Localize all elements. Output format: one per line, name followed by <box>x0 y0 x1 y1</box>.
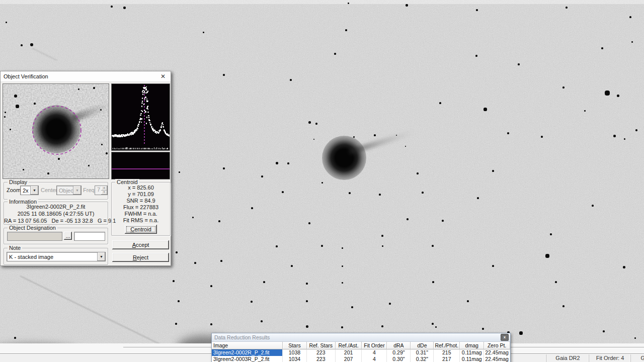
designation-browse-button[interactable]: ... <box>64 232 72 240</box>
star <box>592 205 594 207</box>
star <box>223 167 225 169</box>
star <box>476 9 478 11</box>
drr-column-header[interactable]: Stars <box>283 342 307 349</box>
table-cell[interactable]: 22.45mag <box>484 349 510 356</box>
table-cell[interactable]: 0.11mag <box>460 356 484 362</box>
axis-tick <box>142 148 142 149</box>
psf-point <box>147 109 148 110</box>
zoom-dropdown-arrow-icon[interactable]: ▼ <box>30 186 38 195</box>
data-reduction-results-window[interactable]: Data Reduction Results x ImageStarsRef. … <box>211 333 511 362</box>
table-cell[interactable]: 0.30" <box>387 356 411 362</box>
table-cell[interactable]: 215 <box>434 349 460 356</box>
star <box>432 323 434 325</box>
table-cell[interactable]: 0.29" <box>387 349 411 356</box>
ov-title-bar[interactable]: Object Verification ✕ <box>1 71 171 82</box>
table-cell[interactable]: 1038 <box>283 349 307 356</box>
star <box>562 86 565 88</box>
object-thumbnail-image[interactable] <box>3 83 109 179</box>
table-cell[interactable]: 4 <box>362 349 387 356</box>
centroid-button[interactable]: Centroid <box>125 225 157 234</box>
axis-tick <box>167 148 168 149</box>
axis-tick <box>138 148 138 149</box>
centroid-value: Flux = 227883 <box>112 204 170 211</box>
spin-up-icon: ▲ <box>101 186 107 191</box>
centroid-value: SNR = 84.9 <box>112 198 170 204</box>
star <box>603 330 605 332</box>
axis-tick <box>152 148 153 149</box>
star <box>111 6 113 8</box>
psf-point <box>142 98 143 99</box>
psf-point <box>150 124 151 125</box>
table-row[interactable]: 3Igreen2-0002R_P_2.fit103822320140.29"0.… <box>212 349 510 356</box>
zoom-dropdown[interactable]: 2x ▼ <box>20 186 39 195</box>
table-cell[interactable]: 207 <box>336 356 362 362</box>
axis-tick <box>122 148 123 149</box>
axis-tick <box>155 148 156 149</box>
star <box>422 192 424 194</box>
psf-point <box>142 111 143 112</box>
table-cell[interactable]: 0.31" <box>411 349 434 356</box>
center-dropdown: Object ▼ <box>56 186 82 195</box>
star <box>313 139 314 140</box>
ov-close-icon[interactable]: ✕ <box>155 73 171 80</box>
star <box>341 326 343 328</box>
drr-column-header[interactable]: dmag <box>460 342 484 349</box>
psf-point <box>146 99 147 100</box>
table-cell[interactable]: 201 <box>336 349 362 356</box>
table-cell[interactable]: 1034 <box>283 356 307 362</box>
table-cell[interactable]: 3Igreen2-0003R_P_2.fit <box>212 356 283 362</box>
designation-field[interactable] <box>7 232 62 241</box>
table-cell[interactable]: 3Igreen2-0002R_P_2.fit <box>212 349 283 356</box>
note-value: K - stacked image <box>7 254 97 260</box>
drr-column-header[interactable]: Ref. Stars <box>307 342 336 349</box>
psf-point <box>144 90 145 92</box>
star <box>541 136 543 138</box>
star <box>550 233 552 235</box>
drr-column-header[interactable]: Image <box>212 342 283 349</box>
star <box>566 7 568 9</box>
drr-column-header[interactable]: dDe <box>411 342 434 349</box>
table-cell[interactable]: 223 <box>307 356 336 362</box>
star <box>492 265 494 267</box>
psf-point <box>148 117 149 118</box>
drr-close-button[interactable]: x <box>501 334 509 341</box>
star <box>308 222 310 224</box>
star <box>417 172 419 174</box>
comet-object[interactable] <box>322 136 366 180</box>
psf-point <box>146 117 147 118</box>
drr-column-header[interactable]: dRA <box>387 342 411 349</box>
display-group: Display Zoom 2x ▼ Center Object ▼ Freq 7… <box>4 182 108 200</box>
table-cell[interactable]: 4 <box>362 356 387 362</box>
drr-column-header[interactable]: Zero Pt. <box>484 342 510 349</box>
table-cell[interactable]: 22.45mag <box>484 356 510 362</box>
drr-results-table[interactable]: ImageStarsRef. StarsRef./Ast.Fit OrderdR… <box>212 342 510 362</box>
drr-column-header[interactable]: Ref./Phot. <box>434 342 460 349</box>
psf-point <box>140 113 141 114</box>
table-cell[interactable]: 0.32" <box>411 356 434 362</box>
designation-field-2[interactable] <box>74 232 105 241</box>
table-cell[interactable]: 223 <box>307 349 336 356</box>
reject-button[interactable]: Reject <box>112 253 169 262</box>
star <box>439 102 441 104</box>
info-filename: 3Igreen2-0002R_P_2.fit <box>4 203 108 210</box>
star <box>381 325 383 327</box>
table-row[interactable]: 3Igreen2-0003R_P_2.fit103422320740.30"0.… <box>212 356 510 362</box>
drr-column-header[interactable]: Ref./Ast. <box>336 342 362 349</box>
star <box>192 217 194 218</box>
object-verification-dialog[interactable]: Object Verification ✕ Display Zoom 2x <box>0 71 171 266</box>
psf-point <box>162 122 163 123</box>
axis-tick <box>119 148 120 149</box>
note-dropdown-arrow-icon[interactable]: ▼ <box>97 252 105 261</box>
table-cell[interactable]: 0.11mag <box>460 349 484 356</box>
drr-title-bar[interactable]: Data Reduction Results x <box>212 333 510 342</box>
axis-tick <box>133 148 133 149</box>
psf-point <box>143 104 144 105</box>
star <box>624 138 625 140</box>
object-designation-group: Object Designation ... <box>4 228 108 244</box>
accept-button[interactable]: Accept <box>112 240 169 249</box>
star <box>315 123 317 125</box>
drr-column-header[interactable]: Fit Order <box>362 342 387 349</box>
note-dropdown[interactable]: K - stacked image ▼ <box>7 252 106 261</box>
star <box>349 192 351 194</box>
table-cell[interactable]: 217 <box>434 356 460 362</box>
